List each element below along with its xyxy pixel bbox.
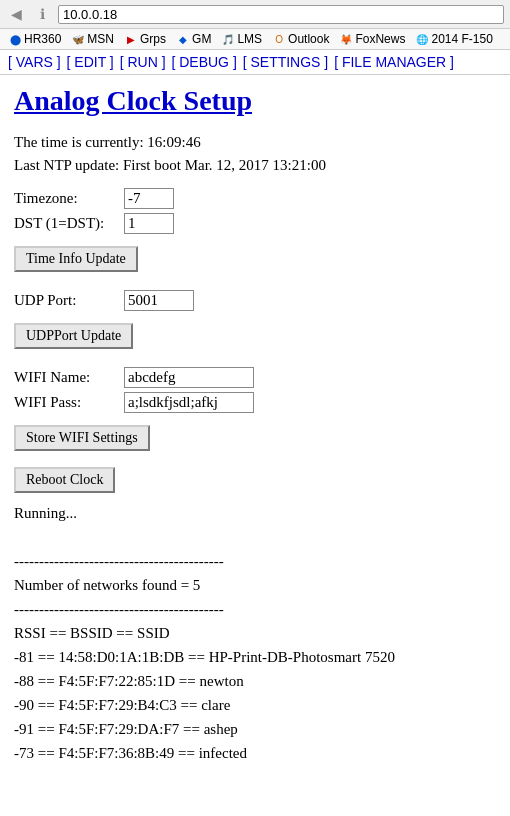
lms-icon: 🎵 [221,32,235,46]
bookmark-foxnews[interactable]: 🦊 FoxNews [335,31,409,47]
bookmark-outlook[interactable]: O Outlook [268,31,333,47]
bookmark-lms[interactable]: 🎵 LMS [217,31,266,47]
f150-icon: 🌐 [415,32,429,46]
dst-row: DST (1=DST): [14,213,496,234]
outlook-icon: O [272,32,286,46]
nav-settings[interactable]: [ SETTINGS ] [243,54,329,70]
nav-vars[interactable]: [ VARS ] [8,54,61,70]
dst-input[interactable] [124,213,174,234]
dst-label: DST (1=DST): [14,215,124,232]
nav-edit[interactable]: [ EDIT ] [67,54,114,70]
wifi-pass-label: WIFI Pass: [14,394,124,411]
time-update-button[interactable]: Time Info Update [14,246,138,272]
page-title: Analog Clock Setup [14,85,496,117]
nav-debug[interactable]: [ DEBUG ] [171,54,236,70]
udp-port-input[interactable] [124,290,194,311]
udp-update-button[interactable]: UDPPort Update [14,323,133,349]
bookmark-grps-label: Grps [140,32,166,46]
foxnews-icon: 🦊 [339,32,353,46]
output-text: Running... -----------------------------… [14,501,496,765]
timezone-row: Timezone: [14,188,496,209]
udp-port-label: UDP Port: [14,292,124,309]
bookmarks-bar: ⬤ HR360 🦋 MSN ▶ Grps ◆ GM 🎵 LMS O Outloo… [0,29,510,50]
back-button[interactable]: ◀ [6,4,26,24]
bookmark-hr360[interactable]: ⬤ HR360 [4,31,65,47]
nav-run[interactable]: [ RUN ] [120,54,166,70]
wifi-name-label: WIFI Name: [14,369,124,386]
bookmark-f150-label: 2014 F-150 [431,32,492,46]
bookmark-msn-label: MSN [87,32,114,46]
bookmark-foxnews-label: FoxNews [355,32,405,46]
wifi-pass-row: WIFI Pass: [14,392,496,413]
address-input[interactable] [58,5,504,24]
wifi-name-input[interactable] [124,367,254,388]
bookmark-msn[interactable]: 🦋 MSN [67,31,118,47]
info-button[interactable]: ℹ [32,4,52,24]
bookmark-gm-label: GM [192,32,211,46]
store-wifi-button[interactable]: Store WIFI Settings [14,425,150,451]
bookmark-outlook-label: Outlook [288,32,329,46]
address-bar: ◀ ℹ [0,0,510,29]
page-content: Analog Clock Setup The time is currently… [0,75,510,775]
nav-filemanager[interactable]: [ FILE MANAGER ] [334,54,454,70]
udp-port-row: UDP Port: [14,290,496,311]
msn-icon: 🦋 [71,32,85,46]
timezone-label: Timezone: [14,190,124,207]
reboot-clock-button[interactable]: Reboot Clock [14,467,115,493]
nav-menu: [ VARS ] [ EDIT ] [ RUN ] [ DEBUG ] [ SE… [0,50,510,75]
gm-icon: ◆ [176,32,190,46]
timezone-input[interactable] [124,188,174,209]
wifi-pass-input[interactable] [124,392,254,413]
bookmark-hr360-label: HR360 [24,32,61,46]
wifi-name-row: WIFI Name: [14,367,496,388]
grps-icon: ▶ [124,32,138,46]
bookmark-f150[interactable]: 🌐 2014 F-150 [411,31,496,47]
bookmark-lms-label: LMS [237,32,262,46]
current-time-label: The time is currently: 16:09:46 [14,131,496,154]
bookmark-grps[interactable]: ▶ Grps [120,31,170,47]
ntp-label: Last NTP update: First boot Mar. 12, 201… [14,154,496,177]
time-info: The time is currently: 16:09:46 Last NTP… [14,131,496,176]
bookmark-gm[interactable]: ◆ GM [172,31,215,47]
hr360-icon: ⬤ [8,32,22,46]
